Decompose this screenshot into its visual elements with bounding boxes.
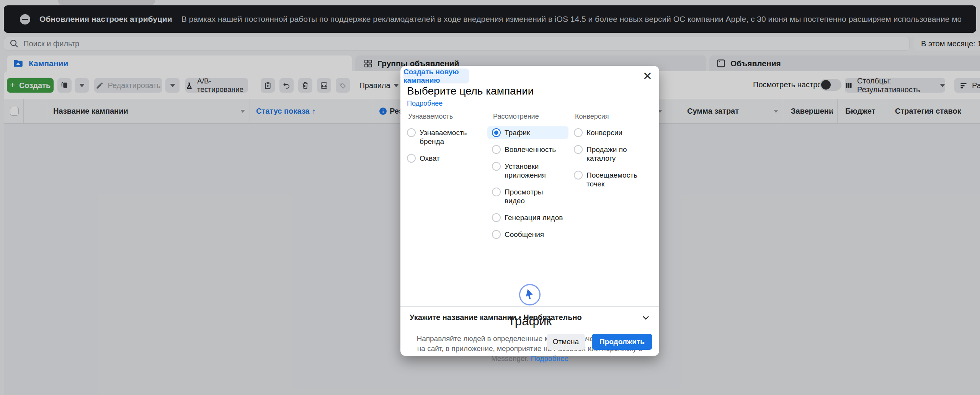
modal-title: Выберите цель кампании	[407, 85, 534, 97]
radio-icon[interactable]	[492, 230, 501, 239]
radio-selected-icon[interactable]	[492, 128, 501, 137]
learn-more-link[interactable]: Подробнее	[407, 100, 443, 108]
objective-column-conversion: Конверсия Конверсии Продажи по каталогу …	[569, 113, 653, 194]
objective-store-traffic[interactable]: Посещаемость точек	[569, 168, 653, 191]
radio-icon[interactable]	[492, 213, 501, 222]
cancel-button[interactable]: Отмена	[547, 334, 585, 350]
create-new-campaign-chip[interactable]: Создать новую кампанию	[403, 69, 469, 83]
radio-icon[interactable]	[574, 145, 583, 154]
campaign-name-section-label: Укажите название кампании • Необязательн…	[410, 313, 582, 322]
objective-reach[interactable]: Охват	[402, 152, 483, 165]
close-icon[interactable]: ✕	[643, 70, 652, 82]
radio-icon[interactable]	[574, 171, 583, 180]
objective-column-consideration: Рассмотрение Трафик Вовлеченность Устано…	[487, 113, 568, 245]
radio-icon[interactable]	[492, 162, 501, 171]
create-campaign-modal: Создать новую кампанию ✕ Выберите цель к…	[400, 66, 659, 356]
radio-icon[interactable]	[407, 128, 416, 137]
objective-brand-awareness[interactable]: Узнаваемость бренда	[402, 126, 483, 148]
radio-icon[interactable]	[574, 128, 583, 137]
continue-button[interactable]: Продолжить	[592, 334, 652, 350]
objective-lead-generation[interactable]: Генерация лидов	[487, 211, 568, 224]
objective-app-installs[interactable]: Установки приложения	[487, 160, 568, 182]
column-header: Конверсия	[575, 113, 653, 121]
chevron-down-icon[interactable]	[642, 313, 650, 322]
objective-preview: Трафик Направляйте людей в определенные …	[400, 284, 659, 364]
radio-icon[interactable]	[492, 188, 501, 196]
radio-icon[interactable]	[492, 145, 501, 154]
traffic-cursor-icon	[519, 284, 541, 305]
learn-more-link[interactable]: Подробнее	[531, 354, 568, 362]
objective-conversions[interactable]: Конверсии	[569, 126, 653, 139]
campaign-name-section[interactable]: Укажите название кампании • Необязательн…	[410, 313, 650, 322]
column-header: Рассмотрение	[493, 113, 568, 121]
objective-engagement[interactable]: Вовлеченность	[487, 143, 568, 156]
column-header: Узнаваемость	[408, 113, 483, 121]
objective-column-awareness: Узнаваемость Узнаваемость бренда Охват	[402, 113, 483, 168]
modal-footer: Отмена Продолжить	[547, 334, 652, 350]
objective-traffic[interactable]: Трафик	[487, 126, 568, 139]
objective-catalog-sales[interactable]: Продажи по каталогу	[569, 143, 653, 165]
objective-messages[interactable]: Сообщения	[487, 228, 568, 241]
radio-icon[interactable]	[407, 154, 416, 163]
divider	[400, 306, 659, 307]
objective-video-views[interactable]: Просмотры видео	[487, 185, 568, 207]
